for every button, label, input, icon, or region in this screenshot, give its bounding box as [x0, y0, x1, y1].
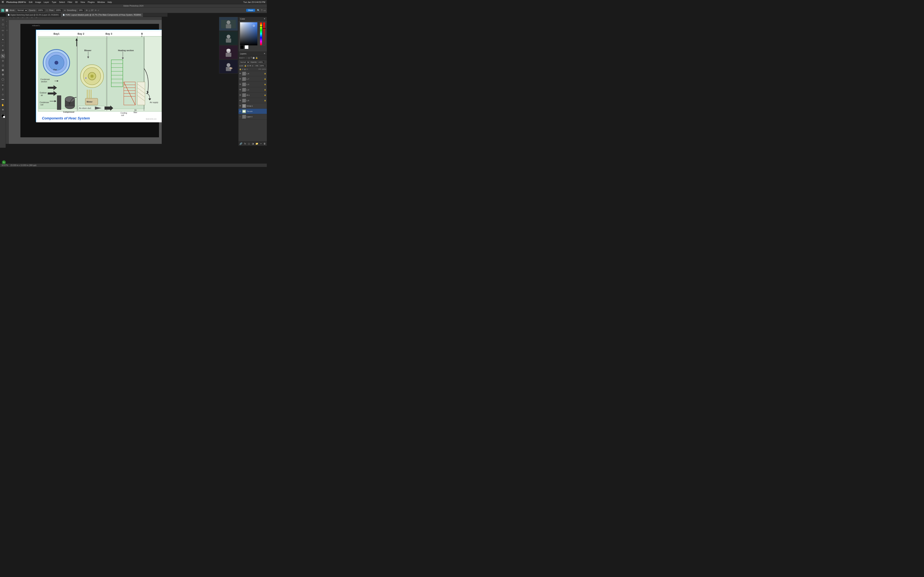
pixel-icon: ▦	[244, 68, 246, 70]
svg-text:Cooling: Cooling	[121, 112, 127, 114]
layers-filter-icon1[interactable]: ⬚	[246, 57, 247, 59]
layer-row-l8[interactable]: 👁 L-8 🔒	[239, 71, 267, 76]
lock-icon4[interactable]: ⊙	[252, 65, 253, 67]
layers-adjust-btn[interactable]: ◑	[252, 142, 254, 145]
svg-text:Motor: Motor	[87, 101, 93, 103]
tool-shape[interactable]: ▬	[1, 97, 5, 101]
layer-visibility-l2[interactable]: 👁	[239, 89, 242, 91]
layer-row-l5[interactable]: 👁 L-5 🔒	[239, 98, 267, 103]
lock-icon2[interactable]: ⊕	[247, 65, 249, 67]
layers-link-btn[interactable]: 🔗	[239, 142, 242, 145]
flow-label: Flow:	[49, 9, 54, 11]
layers-filter-icon5[interactable]: 🔒	[255, 57, 258, 59]
tool-lasso[interactable]: ⌇	[1, 33, 5, 37]
tool-eraser[interactable]: ◻	[1, 63, 5, 68]
menu-image[interactable]: Image	[35, 1, 41, 3]
tab-digital-sketching[interactable]: 📄 Digital Sketching Start.psd @ 53.3% (L…	[6, 13, 61, 17]
tool-hand[interactable]: ✋	[1, 103, 5, 107]
menu-filter[interactable]: Filter	[68, 1, 72, 3]
layers-filter-icon2[interactable]: ◫	[248, 57, 250, 59]
alpha-bar[interactable]	[263, 22, 265, 45]
layers-panel-close[interactable]: ✕	[264, 53, 265, 55]
layers-fill-input[interactable]	[259, 64, 266, 67]
lock-icon3[interactable]: ✥	[249, 65, 251, 67]
menu-edit[interactable]: Edit	[29, 1, 32, 3]
ps-title-bar: Adobe Photoshop 2024	[0, 4, 267, 8]
svg-text:Heating section: Heating section	[118, 49, 134, 52]
layers-delete-btn[interactable]: 🗑	[263, 142, 266, 145]
layer-visibility-l3[interactable]: 👁	[239, 83, 242, 85]
swatch-black[interactable]	[240, 45, 244, 49]
swatch-white[interactable]	[245, 45, 249, 49]
color-gradient-canvas[interactable]	[240, 22, 257, 45]
mode-select[interactable]: Normal Multiply Screen	[16, 9, 28, 12]
tool-zoom[interactable]: ⊕	[1, 108, 5, 112]
tool-text[interactable]: T	[1, 88, 5, 92]
dimensions-info: 23.333 in x 13.333 in (300 ppi)	[10, 164, 36, 166]
tool-artboard[interactable]: ⬡	[1, 22, 5, 27]
smoothing-input[interactable]	[78, 9, 85, 12]
layer-row-l7[interactable]: 👁 L-7 🔒	[239, 76, 267, 82]
layers-filter-icon3[interactable]: T	[250, 57, 252, 59]
layers-mask-btn[interactable]: ◻	[248, 142, 250, 145]
svg-text:Outdoor: Outdoor	[40, 92, 47, 94]
menu-layer[interactable]: Layer	[44, 1, 49, 3]
menu-3d[interactable]: 3D	[75, 1, 78, 3]
hue-bar[interactable]	[260, 22, 262, 45]
layer-visibility-layer4[interactable]: 👁	[239, 116, 242, 118]
menu-select[interactable]: Select	[59, 1, 65, 3]
lock-icon1[interactable]: 🔒	[244, 65, 246, 67]
layer-visibility-l7[interactable]: 👁	[239, 78, 242, 80]
share-button[interactable]: Share	[246, 9, 255, 12]
flow-input[interactable]	[55, 9, 63, 12]
layer-row-theam[interactable]: 👁 HVAC The-am	[239, 109, 267, 114]
layers-fx-btn[interactable]: fx	[244, 142, 246, 145]
tool-pen[interactable]: ✒	[1, 83, 5, 87]
layer-visibility-el1[interactable]: 👁	[239, 94, 242, 97]
layers-opacity-input[interactable]	[258, 61, 265, 64]
hvac-document[interactable]: Bay1 Bay 2 Bay 3 B a	[36, 30, 162, 122]
layers-blending-mode[interactable]: Normal Multiply Screen	[239, 61, 250, 64]
layer-row-group1[interactable]: 👁 ▶ Group 1	[239, 103, 267, 109]
menu-photoshop[interactable]: Photoshop 2024	[6, 1, 23, 3]
tool-stamp[interactable]: ⊙	[1, 59, 5, 63]
foreground-color[interactable]	[2, 114, 5, 117]
tool-move[interactable]: ⊹	[1, 18, 5, 22]
layer-visibility-theam[interactable]: 👁	[239, 110, 242, 113]
tool-wand[interactable]: ✦	[1, 37, 5, 42]
layer-row-el1[interactable]: 👁 El-1 🔒	[239, 92, 267, 98]
menu-file[interactable]: File	[23, 1, 26, 3]
layers-new-btn[interactable]: +	[260, 142, 262, 145]
opacity-input[interactable]	[37, 9, 45, 12]
layer-visibility-l5[interactable]: 👁	[239, 100, 242, 102]
layers-filter-icon4[interactable]: ⬤	[252, 57, 255, 59]
color-swatches	[240, 45, 249, 49]
menu-plugins[interactable]: Plugins	[87, 1, 95, 3]
menu-help[interactable]: Help	[108, 1, 112, 3]
layer-row-layer4[interactable]: 👁 Layer 4	[239, 114, 267, 119]
layer-row-l3[interactable]: 👁 L-3 🔒	[239, 82, 267, 87]
menu-window[interactable]: Window	[97, 1, 105, 3]
tool-dodge[interactable]: ◯	[1, 77, 5, 81]
layer-visibility-group1[interactable]: 👁	[239, 105, 242, 107]
tool-gradient[interactable]: ▦	[1, 68, 5, 72]
color-picker[interactable]	[239, 21, 267, 51]
tool-marquee[interactable]: ▭	[1, 28, 5, 32]
layer-visibility-l8[interactable]: 👁	[239, 73, 242, 75]
color-panel-close[interactable]: ✕	[264, 18, 265, 20]
apple-logo[interactable]: ⌘	[2, 1, 4, 3]
layers-folder-btn[interactable]: 📁	[255, 142, 258, 145]
tool-crop[interactable]: ⌗	[1, 44, 5, 48]
tool-blur[interactable]: ❂	[1, 73, 5, 77]
layers-search-dropdown[interactable]: ▾	[244, 57, 244, 59]
tool-eyedropper[interactable]: ⊕	[1, 48, 5, 52]
tab-hvac[interactable]: 📄 HVAC Layout Ideation.psdc @ 16.7% (The…	[61, 13, 143, 17]
mode-label: Mode:	[10, 9, 15, 11]
background-color[interactable]	[3, 116, 5, 118]
tab-icon-2: 📄	[63, 14, 65, 16]
menu-type[interactable]: Type	[52, 1, 57, 3]
tool-brush[interactable]: ✎	[1, 54, 5, 58]
tool-path[interactable]: ◇	[1, 92, 5, 97]
menu-view[interactable]: View	[81, 1, 85, 3]
layer-row-l2[interactable]: 👁 L-2 🔒	[239, 87, 267, 92]
